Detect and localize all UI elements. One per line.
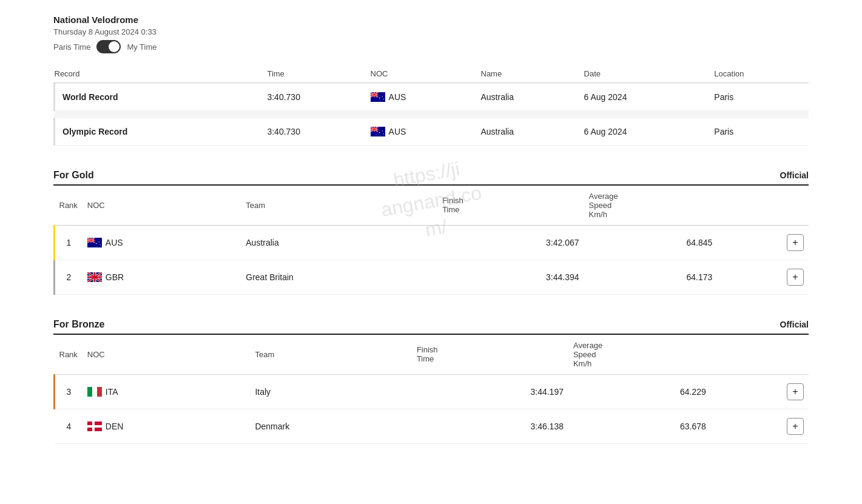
paris-time-label: Paris Time	[53, 42, 90, 52]
record-noc: ✦ ✦ ✦ ✦ ✦ AUS	[371, 83, 481, 111]
record-name: Australia	[481, 83, 584, 111]
for-bronze-title: For Bronze	[53, 319, 104, 330]
venue-header: National Velodrome Thursday 8 August 202…	[53, 15, 809, 36]
noc-cell: ✦ ✦ ✦ ✦ ✦ AUS	[82, 225, 241, 260]
venue-name: National Velodrome	[53, 15, 809, 25]
expand-button[interactable]: +	[787, 234, 804, 251]
records-table: Record Time NOC Name Date Location World…	[53, 66, 809, 146]
avg-speed-cell: 64.845	[584, 225, 718, 260]
table-row: 2 GBR Great Britain 3:44.394 64.173 +	[55, 260, 809, 294]
gold-col-avg-speed: AverageSpeedKm/h	[584, 186, 718, 226]
bronze-col-expand	[711, 335, 809, 375]
avg-speed-cell: 64.229	[568, 374, 711, 409]
svg-text:✦: ✦	[99, 244, 101, 246]
expand-button[interactable]: +	[787, 269, 804, 286]
svg-text:✦: ✦	[383, 133, 385, 135]
rank-cell: 2	[55, 260, 82, 294]
record-type: World Record	[55, 83, 268, 111]
expand-cell: +	[711, 374, 809, 409]
team-cell: Denmark	[250, 409, 411, 443]
gold-col-rank: Rank	[55, 186, 82, 226]
record-name: Australia	[481, 116, 584, 146]
record-noc: ✦ ✦ ✦ ✦ ✦ AUS	[371, 116, 481, 146]
venue-date: Thursday 8 August 2024 0:33	[53, 27, 809, 36]
record-location: Paris	[714, 116, 809, 146]
col-noc: NOC	[371, 66, 481, 83]
svg-rect-55	[92, 387, 97, 397]
rank-cell: 3	[55, 374, 82, 409]
for-bronze-table: Rank NOC Team FinishTime AverageSpeedKm/…	[53, 335, 809, 444]
record-type: Olympic Record	[55, 116, 268, 146]
team-cell: Great Britain	[241, 260, 437, 294]
for-gold-header: For Gold Official	[53, 164, 809, 184]
record-time: 3:40.730	[267, 116, 370, 146]
svg-text:✦: ✦	[98, 241, 100, 243]
record-date: 6 Aug 2024	[584, 116, 715, 146]
avg-speed-cell: 63.678	[568, 409, 711, 443]
expand-cell: +	[711, 409, 809, 443]
team-cell: Italy	[250, 374, 411, 409]
rank-cell: 4	[55, 409, 82, 443]
svg-rect-59	[87, 425, 102, 428]
expand-button[interactable]: +	[787, 383, 804, 400]
finish-time-cell: 3:44.197	[412, 374, 568, 409]
gold-col-noc: NOC	[82, 186, 241, 226]
noc-cell: GBR	[82, 260, 241, 294]
bronze-col-noc: NOC	[82, 335, 251, 375]
gold-col-expand	[717, 186, 809, 226]
bronze-col-team: Team	[250, 335, 411, 375]
records-row: World Record 3:40.730 ✦ ✦ ✦ ✦ ✦ AUS Aust…	[55, 83, 809, 111]
table-row: 4 DEN Denmark 3:46.138 63.678 +	[55, 409, 809, 443]
record-date: 6 Aug 2024	[584, 83, 715, 111]
for-bronze-official: Official	[780, 320, 809, 329]
svg-text:✦: ✦	[383, 98, 385, 101]
expand-cell: +	[717, 260, 809, 294]
toggle-knob	[109, 41, 120, 52]
svg-rect-54	[87, 387, 92, 397]
record-time: 3:40.730	[267, 83, 370, 111]
col-name: Name	[481, 66, 584, 83]
gold-col-finish-time: FinishTime	[437, 186, 584, 226]
records-row: Olympic Record 3:40.730 ✦ ✦ ✦ ✦ ✦ AUS Au…	[55, 116, 809, 146]
for-bronze-header: For Bronze Official	[53, 313, 809, 334]
noc-cell: DEN	[82, 409, 251, 443]
bronze-col-finish-time: FinishTime	[412, 335, 568, 375]
svg-text:✦: ✦	[382, 130, 383, 132]
gold-col-team: Team	[241, 186, 437, 226]
finish-time-cell: 3:46.138	[412, 409, 568, 443]
col-date: Date	[584, 66, 715, 83]
finish-time-cell: 3:44.394	[437, 260, 584, 294]
avg-speed-cell: 64.173	[584, 260, 718, 294]
for-gold-official: Official	[780, 170, 809, 180]
noc-cell: ITA	[82, 374, 251, 409]
team-cell: Australia	[241, 225, 437, 260]
svg-rect-56	[97, 387, 102, 397]
rank-cell: 1	[55, 225, 82, 260]
finish-time-cell: 3:42.067	[437, 225, 584, 260]
for-gold-table: Rank NOC Team FinishTime AverageSpeedKm/…	[53, 186, 809, 295]
for-gold-title: For Gold	[53, 170, 94, 181]
my-time-label: My Time	[127, 42, 157, 52]
time-toggle[interactable]	[96, 40, 121, 53]
table-row: 1 ✦ ✦ ✦ ✦ ✦ AUS Australia 3:42.067 64.84…	[55, 225, 809, 260]
time-toggle-row: Paris Time My Time	[53, 40, 809, 53]
expand-button[interactable]: +	[787, 418, 804, 435]
bronze-col-rank: Rank	[55, 335, 82, 375]
col-time: Time	[267, 66, 370, 83]
col-record: Record	[55, 66, 268, 83]
svg-text:✦: ✦	[382, 95, 383, 98]
expand-cell: +	[717, 225, 809, 260]
record-location: Paris	[714, 83, 809, 111]
bronze-col-avg-speed: AverageSpeedKm/h	[568, 335, 711, 375]
col-location: Location	[714, 66, 809, 83]
table-row: 3 ITA Italy 3:44.197 64.229 +	[55, 374, 809, 409]
